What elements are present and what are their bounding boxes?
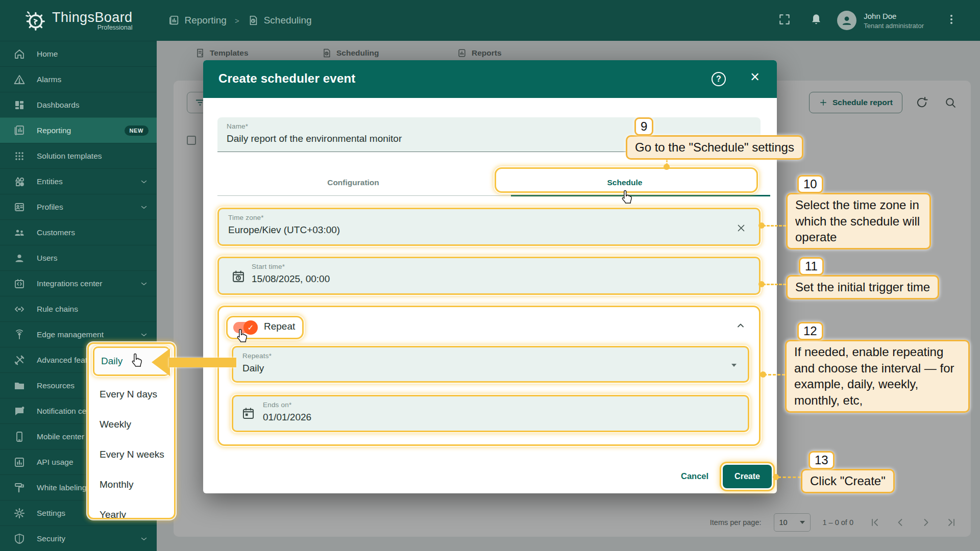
breadcrumb: Reporting > Scheduling (168, 15, 312, 26)
repeat-settings-group: ✓ Repeat Repeats* Daily Ends on* 01/01/2… (217, 306, 761, 446)
timezone-value: Europe/Kiev (UTC+03:00) (228, 224, 340, 236)
sidebar-item-customers[interactable]: Customers (0, 219, 157, 245)
fullscreen-icon[interactable] (778, 13, 791, 28)
annotation-11-number: 11 (799, 257, 824, 276)
breadcrumb-scheduling[interactable]: Scheduling (248, 15, 312, 26)
users-icon (13, 252, 26, 264)
avatar[interactable] (837, 11, 856, 30)
annotation-10-dot (758, 222, 765, 229)
security-shield-icon (13, 533, 26, 545)
sidebar-item-reporting[interactable]: Reporting NEW (0, 117, 157, 143)
customers-icon (13, 227, 26, 239)
white-labeling-icon (13, 482, 26, 494)
breadcrumb-reporting[interactable]: Reporting (168, 15, 227, 26)
repeats-select[interactable]: Repeats* Daily (232, 346, 749, 383)
dialog-title: Create scheduler event (218, 71, 356, 86)
user-name: John Doe (864, 11, 924, 21)
annotation-12-number: 12 (797, 322, 823, 340)
user-info[interactable]: John Doe Tenant administrator (864, 11, 924, 29)
annotation-10-number: 10 (797, 175, 823, 193)
start-time-value: 15/08/2025, 00:00 (252, 273, 330, 285)
breadcrumb-separator: > (235, 16, 239, 25)
notifications-bell-icon[interactable] (810, 13, 823, 28)
more-menu-icon[interactable] (945, 13, 958, 28)
cursor-hand-repeat-toggle (235, 328, 250, 345)
sidebar-item-dashboards[interactable]: Dashboards (0, 92, 157, 117)
start-time-field[interactable]: Start time* 15/08/2025, 00:00 (217, 257, 761, 295)
close-icon[interactable]: × (750, 69, 760, 85)
sidebar-item-rule-chains[interactable]: Rule chains (0, 296, 157, 321)
menu-option-every-n-days[interactable]: Every N days (89, 379, 174, 409)
dialog-header: Create scheduler event ? × (203, 60, 777, 98)
repeat-label: Repeat (264, 321, 295, 332)
logo[interactable]: ThingsBoard Professional (23, 9, 133, 32)
menu-option-monthly[interactable]: Monthly (89, 469, 174, 499)
breadcrumb-label: Reporting (185, 15, 227, 26)
scheduling-icon (248, 15, 259, 26)
dashboards-icon (13, 99, 26, 111)
sidebar-item-security[interactable]: Security (0, 525, 157, 551)
calendar-clock-icon (231, 269, 246, 286)
cancel-button[interactable]: Cancel (681, 471, 708, 481)
ends-on-value: 01/01/2026 (263, 412, 311, 423)
annotation-11-text: Set the initial trigger time (786, 275, 939, 299)
menu-option-weekly[interactable]: Weekly (89, 409, 174, 439)
topbar: ThingsBoard Professional Reporting > Sch… (0, 0, 980, 41)
alarm-icon (13, 73, 26, 86)
active-tab-underline (511, 195, 770, 196)
timezone-label: Time zone* (228, 214, 264, 221)
calendar-icon (241, 407, 255, 422)
sidebar-item-solution-templates[interactable]: Solution templates (0, 143, 157, 168)
menu-option-yearly[interactable]: Yearly (89, 499, 174, 519)
sidebar-item-alarms[interactable]: Alarms (0, 66, 157, 92)
annotation-11-dot (758, 281, 765, 287)
sidebar-item-integrations-center[interactable]: Integrations center (0, 270, 157, 296)
entities-icon (13, 176, 26, 188)
chevron-down-icon (139, 534, 149, 543)
create-scheduler-event-dialog: Create scheduler event ? × Name* Daily r… (203, 60, 777, 493)
api-usage-icon (13, 456, 26, 468)
annotation-10-text: Select the time zone in which the schedu… (786, 193, 931, 249)
dropdown-caret-icon (731, 364, 737, 367)
collapse-chevron-up-icon[interactable] (734, 319, 747, 334)
ends-on-field[interactable]: Ends on* 01/01/2026 (232, 395, 749, 432)
reporting-icon (13, 124, 26, 137)
sidebar-item-profiles[interactable]: Profiles (0, 194, 157, 219)
sidebar-item-entities[interactable]: Entities (0, 168, 157, 194)
annotation-12-dot (760, 371, 766, 378)
menu-option-every-n-weeks[interactable]: Every N weeks (89, 439, 174, 469)
integrations-icon (13, 278, 26, 290)
rule-chains-icon (13, 303, 26, 315)
profiles-icon (13, 201, 26, 213)
thingsboard-logo-icon (23, 9, 46, 32)
name-value: Daily report of the environmental monito… (227, 133, 402, 144)
chevron-down-icon (139, 203, 149, 212)
repeats-label: Repeats* (242, 352, 272, 360)
home-icon (13, 48, 26, 60)
annotation-12-text: If needed, enable repeating and choose t… (785, 340, 970, 413)
arrow-to-daily-bar (169, 358, 236, 367)
breadcrumb-label: Scheduling (264, 15, 312, 26)
reporting-icon (168, 15, 180, 26)
annotation-10-connector (763, 225, 786, 227)
sidebar-item-users[interactable]: Users (0, 245, 157, 270)
mobile-center-icon (13, 431, 26, 443)
edge-management-icon (13, 329, 26, 341)
chevron-down-icon (139, 330, 149, 339)
annotation-9-text: Go to the "Schedule" settings (626, 135, 803, 160)
clear-timezone-icon[interactable] (736, 222, 747, 236)
sidebar-item-home[interactable]: Home (0, 41, 157, 66)
cursor-hand-schedule-tab (620, 189, 635, 206)
annotation-13-text: Click "Create" (801, 469, 895, 493)
chevron-down-icon (139, 279, 149, 288)
help-icon[interactable]: ? (712, 72, 726, 86)
timezone-field[interactable]: Time zone* Europe/Kiev (UTC+03:00) (217, 208, 761, 246)
annotation-9-number: 9 (634, 117, 653, 136)
annotation-11-connector (763, 284, 786, 285)
create-button[interactable]: Create (723, 465, 772, 488)
logo-title: ThingsBoard (52, 10, 133, 26)
settings-gear-icon (13, 507, 26, 519)
tab-configuration[interactable]: Configuration (217, 169, 489, 196)
topbar-actions: John Doe Tenant administrator (778, 11, 958, 30)
name-label: Name* (227, 122, 248, 130)
